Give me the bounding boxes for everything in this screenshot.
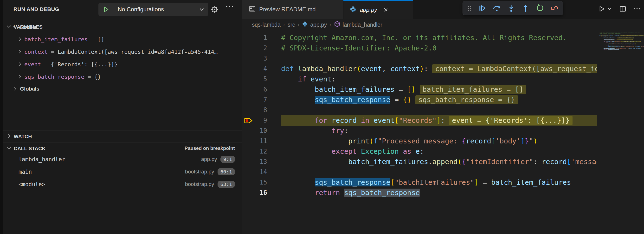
breadcrumb-separator: ›: [330, 23, 331, 27]
variables-tree: Localsbatch_item_failures = []context = …: [3, 22, 242, 95]
toolbar-drag-handle[interactable]: [467, 4, 472, 12]
editor-more-actions-icon[interactable]: [634, 5, 641, 13]
inline-debug-value: sqs_batch_response = {}: [416, 95, 518, 104]
step-out-icon[interactable]: [521, 3, 530, 13]
code-line-11[interactable]: 11 print(f"Processed message: {record['b…: [242, 136, 597, 146]
variable-row-batch_item_failures[interactable]: batch_item_failures = []: [3, 33, 242, 46]
line-number: 1: [242, 33, 267, 43]
chevron-right-icon: [6, 133, 12, 140]
line-number: 6: [242, 84, 267, 95]
code-line-14[interactable]: 14: [242, 167, 597, 177]
scope-locals[interactable]: Locals: [3, 22, 242, 33]
breadcrumb-symbol[interactable]: lambda_handler: [334, 21, 382, 29]
watch-section-label: WATCH: [14, 133, 32, 139]
watch-section-header[interactable]: WATCH: [3, 131, 242, 142]
chevron-right-icon: [17, 74, 22, 80]
markdown-preview-icon: [248, 5, 256, 13]
breadcrumb-folder[interactable]: sqs-lambda: [252, 22, 280, 28]
line-number: 8: [242, 105, 267, 115]
code-line-7[interactable]: 7 sqs_batch_response = {}sqs_batch_respo…: [242, 95, 597, 105]
run-python-file-icon[interactable]: [598, 5, 606, 14]
symbol-method-icon: [334, 21, 340, 29]
breadcrumb-folder[interactable]: src: [288, 22, 295, 28]
code-line-text: batch_item_failures = []batch_item_failu…: [281, 84, 526, 95]
continue-icon[interactable]: [478, 3, 487, 13]
code-line-12[interactable]: 12 except Exception as e:: [242, 146, 597, 157]
scope-globals[interactable]: Globals: [3, 83, 242, 95]
call-stack-list: lambda_handlerapp.py9:1mainbootstrap.py6…: [3, 153, 242, 191]
frame-file: bootstrap.py: [185, 169, 214, 175]
step-over-icon[interactable]: [492, 3, 501, 13]
line-number: 5: [242, 74, 267, 84]
variable-text: context = LambdaContext([aws_request_id=…: [24, 46, 218, 58]
gear-icon[interactable]: [210, 5, 219, 14]
line-number: 13: [242, 157, 267, 167]
step-into-icon[interactable]: [506, 3, 516, 13]
frame-name: <module>: [18, 178, 45, 191]
code-line-text: for record in event["Records"]:event = {…: [281, 115, 572, 126]
disconnect-icon[interactable]: [550, 3, 559, 13]
code-line-3[interactable]: 3: [242, 53, 597, 64]
variable-text: batch_item_failures = []: [24, 33, 104, 46]
code-line-text: def lambda_handler(event, context):conte…: [281, 64, 597, 74]
code-line-10[interactable]: 10 try:: [242, 126, 597, 136]
minimap-line: batch_item_failures.append({"itemIdentif…: [599, 46, 644, 47]
chevron-right-icon: [17, 62, 22, 68]
code-line-text: sqs_batch_response["batchItemFailures"] …: [281, 177, 571, 188]
editor-group: Preview README.md app.py: [242, 0, 644, 234]
code-line-text: except Exception as e:: [281, 146, 424, 157]
activity-bar-edge: [0, 0, 3, 234]
start-debug-icon[interactable]: [98, 3, 113, 16]
code-line-16[interactable]: 16 return sqs_batch_response: [242, 188, 597, 198]
code-line-9[interactable]: 9 for record in event["Records"]:event =…: [242, 115, 597, 126]
line-number: 15: [242, 177, 267, 188]
code-line-2[interactable]: 2# SPDX-License-Identifier: Apache-2.0: [242, 43, 597, 53]
code-line-5[interactable]: 5 if event:: [242, 74, 597, 84]
frame-file: app.py: [201, 156, 217, 162]
breadcrumb-file[interactable]: app.py: [302, 21, 327, 28]
code-line-13[interactable]: 13 batch_item_failures.append({"itemIden…: [242, 157, 597, 167]
more-actions-icon[interactable]: ···: [226, 2, 234, 10]
close-icon[interactable]: [383, 7, 389, 13]
tab-app-py[interactable]: app.py: [344, 0, 413, 19]
tab-bar: Preview README.md app.py: [242, 0, 644, 19]
paused-status-text: Paused on breakpoint: [184, 142, 235, 154]
frame-position-badge: 60:1: [218, 168, 235, 175]
stack-frame-row[interactable]: lambda_handlerapp.py9:1: [3, 153, 242, 166]
python-icon: [350, 6, 356, 14]
variable-row-context[interactable]: context = LambdaContext([aws_request_id=…: [3, 46, 242, 58]
code-line-text: print(f"Processed message: {record['body…: [281, 136, 538, 146]
breadcrumb: sqs-lambda › src › app.py › lambda_handl…: [242, 19, 644, 31]
frame-position-badge: 63:1: [218, 181, 235, 188]
frame-file: bootstrap.py: [185, 181, 214, 187]
variable-text: sqs_batch_response = {}: [24, 71, 101, 83]
variable-row-event[interactable]: event = {'Records': [{...}]}: [3, 58, 242, 71]
debug-configuration-dropdown[interactable]: No Configurations: [98, 3, 208, 16]
restart-icon[interactable]: [536, 3, 544, 13]
run-dropdown-chevron-icon[interactable]: [607, 6, 612, 12]
code-line-8[interactable]: 8: [242, 105, 597, 115]
code-line-6[interactable]: 6 batch_item_failures = []batch_item_fai…: [242, 84, 597, 95]
code-line-4[interactable]: 4def lambda_handler(event, context):cont…: [242, 64, 597, 74]
line-number: 4: [242, 64, 267, 74]
split-editor-icon[interactable]: [619, 5, 627, 14]
scope-label: Globals: [20, 83, 40, 95]
chevron-down-icon: [195, 6, 208, 12]
minimap[interactable]: # Copyright Amazon.com, Inc. or its affi…: [597, 31, 644, 234]
breakpoint-current-line-icon[interactable]: [244, 117, 254, 125]
variable-row-sqs_batch_response[interactable]: sqs_batch_response = {}: [3, 71, 242, 83]
variable-text: event = {'Records': [{...}]}: [24, 58, 118, 71]
line-number: 3: [242, 53, 267, 64]
line-number: 14: [242, 167, 267, 177]
indent-guide: [298, 167, 298, 177]
breadcrumb-separator: ›: [298, 23, 299, 27]
code-editor[interactable]: 1# Copyright Amazon.com, Inc. or its aff…: [242, 31, 597, 234]
chevron-right-icon: [12, 86, 18, 92]
line-number: 7: [242, 95, 267, 105]
line-number: 2: [242, 43, 267, 53]
code-line-15[interactable]: 15 sqs_batch_response["batchItemFailures…: [242, 177, 597, 188]
stack-frame-row[interactable]: mainbootstrap.py60:1: [3, 166, 242, 178]
code-line-1[interactable]: 1# Copyright Amazon.com, Inc. or its aff…: [242, 33, 597, 43]
tab-preview-readme[interactable]: Preview README.md: [242, 0, 344, 19]
stack-frame-row[interactable]: <module>bootstrap.py63:1: [3, 178, 242, 191]
